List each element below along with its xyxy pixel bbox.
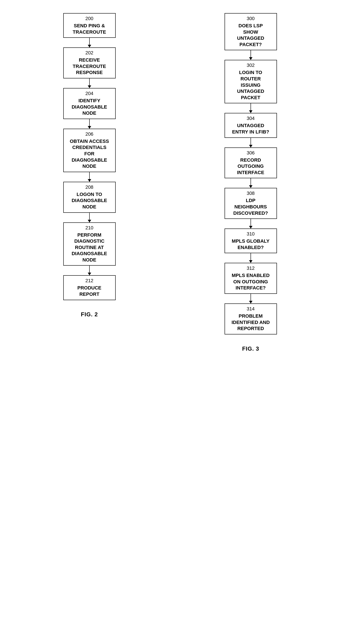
box-306: 306RECORDOUTGOINGINTERFACE — [225, 148, 277, 178]
box-308: 308LDPNEIGHBOURSDISCOVERED? — [225, 188, 277, 219]
arrow-1 — [251, 103, 251, 113]
box-312-label: MPLS ENABLEDON OUTGOINGINTERFACE? — [232, 272, 270, 291]
arrow-0 — [251, 50, 251, 60]
box-308-number: 308 — [247, 190, 255, 196]
box-310-number: 310 — [247, 231, 255, 237]
page: 200SEND PING &TRACEROUTE202RECEIVETRACER… — [0, 0, 340, 370]
arrow-2 — [89, 119, 90, 129]
box-302-label: LOGIN TOROUTERISSUINGUNTAGGEDPACKET — [237, 70, 264, 101]
flow-fig3: 300DOES LSPSHOWUNTAGGEDPACKET?302LOGIN T… — [218, 13, 284, 334]
box-314-number: 314 — [247, 306, 255, 312]
box-208: 208LOGON TODIAGNOSABLENODE — [63, 182, 116, 213]
box-204: 204IDENTIFYDIAGNOSABLENODE — [63, 88, 116, 119]
box-210-number: 210 — [85, 225, 93, 231]
box-204-number: 204 — [85, 91, 93, 96]
figure-2: 200SEND PING &TRACEROUTE202RECEIVETRACER… — [9, 13, 170, 352]
arrow-3 — [89, 172, 90, 182]
box-304: 304UNTAGGEDENTRY IN LFIB? — [225, 113, 277, 138]
box-308-label: LDPNEIGHBOURSDISCOVERED? — [233, 198, 268, 216]
box-200: 200SEND PING &TRACEROUTE — [63, 13, 116, 38]
box-310: 310MPLS GLOBALYENABLED? — [225, 228, 277, 253]
fig3-label: FIG. 3 — [242, 345, 259, 352]
box-208-number: 208 — [85, 184, 93, 190]
arrow-0 — [89, 38, 90, 48]
arrow-1 — [89, 78, 90, 88]
box-202-label: RECEIVETRACEROUTERESPONSE — [73, 57, 106, 76]
arrow-6 — [251, 294, 251, 304]
box-202: 202RECEIVETRACEROUTERESPONSE — [63, 48, 116, 78]
box-300: 300DOES LSPSHOWUNTAGGEDPACKET? — [225, 13, 277, 50]
box-312-number: 312 — [247, 266, 255, 271]
box-212: 212PRODUCEREPORT — [63, 275, 116, 300]
box-212-label: PRODUCEREPORT — [77, 285, 101, 297]
box-314-label: PROBLEMIDENTIFIED ANDREPORTED — [232, 313, 270, 332]
arrow-4 — [89, 213, 90, 222]
arrow-5 — [251, 253, 251, 263]
box-312: 312MPLS ENABLEDON OUTGOINGINTERFACE? — [225, 263, 277, 294]
box-300-number: 300 — [247, 16, 255, 22]
flow-fig2: 200SEND PING &TRACEROUTE202RECEIVETRACER… — [57, 13, 122, 300]
box-210: 210PERFORMDIAGNOSTICROUTINE ATDIAGNOSABL… — [63, 222, 116, 266]
arrow-2 — [251, 138, 251, 148]
box-314: 314PROBLEMIDENTIFIED ANDREPORTED — [225, 304, 277, 334]
box-210-label: PERFORMDIAGNOSTICROUTINE ATDIAGNOSABLENO… — [72, 232, 107, 263]
box-306-number: 306 — [247, 150, 255, 156]
fig2-label: FIG. 2 — [81, 311, 98, 318]
box-200-number: 200 — [85, 16, 93, 22]
box-302: 302LOGIN TOROUTERISSUINGUNTAGGEDPACKET — [225, 60, 277, 103]
box-200-label: SEND PING &TRACEROUTE — [73, 23, 106, 35]
box-302-number: 302 — [247, 62, 255, 68]
box-310-label: MPLS GLOBALYENABLED? — [232, 238, 270, 250]
box-206-number: 206 — [85, 131, 93, 137]
box-306-label: RECORDOUTGOINGINTERFACE — [237, 157, 264, 176]
figure-3: 300DOES LSPSHOWUNTAGGEDPACKET?302LOGIN T… — [170, 13, 331, 352]
box-208-label: LOGON TODIAGNOSABLENODE — [72, 191, 107, 210]
arrow-4 — [251, 219, 251, 228]
arrow-3 — [251, 178, 251, 188]
box-204-label: IDENTIFYDIAGNOSABLENODE — [72, 98, 107, 116]
arrow-5 — [89, 266, 90, 275]
box-206: 206OBTAIN ACCESSCREDENTIALSFORDIAGNOSABL… — [63, 129, 116, 172]
box-212-number: 212 — [85, 278, 93, 284]
box-202-number: 202 — [85, 50, 93, 56]
box-304-label: UNTAGGEDENTRY IN LFIB? — [232, 122, 269, 135]
box-300-label: DOES LSPSHOWUNTAGGEDPACKET? — [237, 23, 264, 48]
box-304-number: 304 — [247, 116, 255, 121]
box-206-label: OBTAIN ACCESSCREDENTIALSFORDIAGNOSABLENO… — [70, 138, 109, 170]
